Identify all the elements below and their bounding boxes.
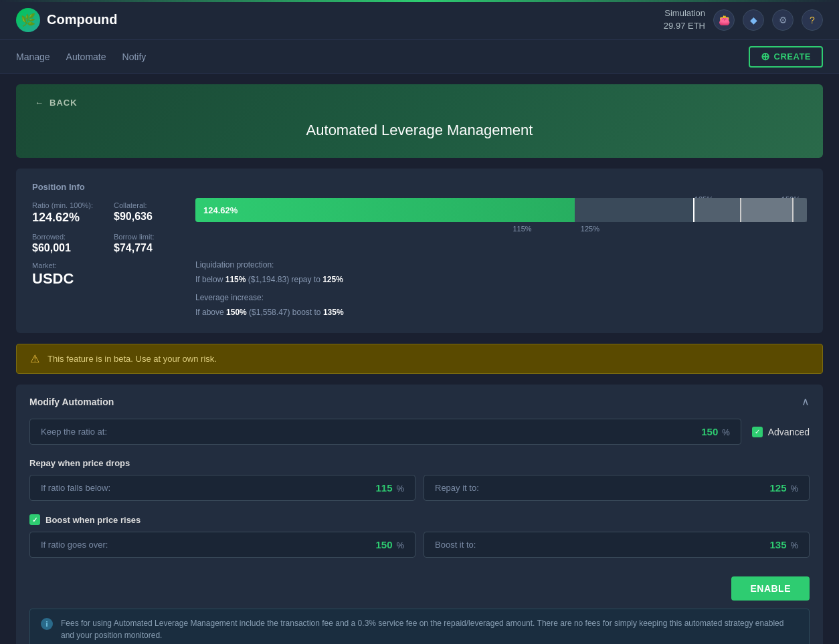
- borrowed-item: Borrowed: $60,001: [32, 233, 98, 254]
- repay-section-title: Repay when price drops: [29, 458, 810, 468]
- collateral-label: Collateral:: [114, 201, 179, 209]
- borrowed-label: Borrowed:: [32, 233, 98, 241]
- settings-icon-button[interactable]: ⚙: [772, 9, 794, 31]
- boost-section-label: Boost when price rises: [45, 515, 141, 525]
- borrow-limit-label: Borrow limit:: [114, 233, 179, 241]
- goes-over-value-group: 150 %: [376, 539, 404, 550]
- liq-target: 125%: [322, 275, 343, 284]
- simulation-info: Simulation 29.97 ETH: [664, 7, 705, 31]
- info-footer: i Fees for using Automated Leverage Mana…: [29, 609, 810, 644]
- advanced-checkbox[interactable]: ✓: [752, 427, 763, 437]
- boost-to-label: Boost it to:: [435, 540, 476, 550]
- goes-over-label: If ratio goes over:: [41, 540, 108, 550]
- main-content: ← BACK Automated Leverage Management Pos…: [0, 84, 839, 644]
- position-info-title: Position Info: [32, 182, 179, 192]
- enable-button[interactable]: ENABLE: [731, 576, 810, 601]
- page-title: Automated Leverage Management: [35, 122, 804, 139]
- falls-below-label: If ratio falls below:: [41, 483, 110, 493]
- header: 🌿 Compound Simulation 29.97 ETH 👛 ◆ ⚙ ?: [0, 0, 839, 40]
- goes-over-percent: %: [396, 540, 404, 550]
- simulation-eth: 29.97 ETH: [664, 20, 705, 32]
- plus-icon: ⊕: [761, 51, 770, 62]
- falls-below-value: 115: [376, 482, 393, 494]
- label-125: 125%: [581, 225, 599, 233]
- ratio-bar: 124.62%: [195, 198, 807, 222]
- ratio-bar-marker-inner: [740, 198, 794, 222]
- falls-below-percent: %: [396, 484, 404, 494]
- info-footer-text: Fees for using Automated Leverage Manage…: [61, 617, 798, 641]
- navigation: Manage Automate Notify ⊕ CREATE: [0, 40, 839, 74]
- leverage-increase: Leverage increase: If above 150% ($1,558…: [195, 291, 807, 320]
- keep-ratio-input[interactable]: Keep the ratio at: 150 %: [29, 419, 741, 445]
- help-icon: ?: [810, 15, 815, 25]
- repay-to-percent: %: [790, 484, 798, 494]
- back-button[interactable]: ← BACK: [35, 98, 78, 108]
- nav-links: Manage Automate Notify: [16, 49, 146, 65]
- repay-input-row: If ratio falls below: 115 % Repay it to:…: [29, 475, 810, 501]
- liq-threshold: 115%: [225, 275, 246, 284]
- collateral-item: Collateral: $90,636: [114, 201, 179, 225]
- leverage-text: If above 150% ($1,558.47) boost to 135%: [195, 308, 344, 317]
- goes-over-input[interactable]: If ratio goes over: 150 %: [29, 532, 415, 558]
- eth-icon-button[interactable]: ◆: [743, 9, 764, 31]
- keep-ratio-value-group: 150 %: [701, 426, 729, 437]
- boost-to-percent: %: [790, 540, 798, 550]
- boost-checkbox[interactable]: ✓: [29, 514, 40, 525]
- nav-automate[interactable]: Automate: [66, 49, 106, 65]
- automation-body: Keep the ratio at: 150 % ✓ Advanced Repa…: [16, 419, 823, 644]
- falls-below-input[interactable]: If ratio falls below: 115 %: [29, 475, 415, 501]
- page-banner: ← BACK Automated Leverage Management: [16, 84, 823, 158]
- borrow-limit-value: $74,774: [114, 242, 179, 254]
- ratio-bar-fill: 124.62%: [195, 198, 575, 222]
- ratio-bar-container: 135% 150% 124.62% 115% 125%: [195, 195, 807, 238]
- eth-icon: ◆: [750, 15, 757, 25]
- wallet-icon-button[interactable]: 👛: [713, 9, 735, 31]
- arrow-left-icon: ←: [35, 98, 44, 108]
- market-label: Market:: [32, 261, 57, 270]
- falls-below-value-group: 115 %: [376, 482, 404, 494]
- chevron-up-icon: ∧: [802, 395, 810, 408]
- warning-icon: ⚠: [30, 352, 39, 365]
- ratio-value: 124.62%: [32, 211, 98, 225]
- nav-notify[interactable]: Notify: [122, 49, 147, 65]
- app-name: Compound: [47, 12, 118, 27]
- repay-to-input[interactable]: Repay it to: 125 %: [424, 475, 810, 501]
- market-value: USDC: [32, 270, 179, 288]
- borrowed-value: $60,001: [32, 242, 98, 254]
- leverage-target: 135%: [323, 308, 344, 317]
- position-info: Position Info Ratio (min. 100%): 124.62%…: [32, 182, 179, 320]
- boost-section-title: ✓ Boost when price rises: [29, 514, 810, 525]
- goes-over-value: 150: [376, 539, 393, 550]
- market-item: Market: USDC: [32, 259, 179, 288]
- ratio-bottom-labels: 115% 125%: [195, 225, 807, 238]
- automation-header-title: Modify Automation: [29, 397, 114, 407]
- enable-row: ENABLE: [29, 571, 810, 609]
- nav-manage[interactable]: Manage: [16, 49, 50, 65]
- leverage-threshold: 150%: [226, 308, 247, 317]
- boost-to-value: 135: [770, 539, 787, 550]
- ratio-bar-markers: [693, 198, 807, 222]
- settings-icon: ⚙: [779, 15, 787, 25]
- app-logo: 🌿: [16, 8, 40, 32]
- keep-ratio-value: 150: [701, 426, 718, 437]
- create-button[interactable]: ⊕ CREATE: [749, 46, 823, 68]
- boost-to-input[interactable]: Boost it to: 135 %: [424, 532, 810, 558]
- help-icon-button[interactable]: ?: [802, 9, 823, 31]
- boost-to-value-group: 135 %: [770, 539, 798, 550]
- ratio-label: Ratio (min. 100%):: [32, 201, 98, 209]
- automation-header[interactable]: Modify Automation ∧: [16, 385, 823, 419]
- chart-area: 135% 150% 124.62% 115% 125%: [195, 182, 807, 320]
- wallet-icon: 👛: [719, 15, 730, 25]
- header-left: 🌿 Compound: [16, 8, 118, 32]
- keep-ratio-percent: %: [722, 427, 730, 437]
- liq-protection-label: Liquidation protection:: [195, 260, 274, 270]
- liquidation-info: Liquidation protection: If below 115% ($…: [195, 258, 807, 320]
- automation-card: Modify Automation ∧ Keep the ratio at: 1…: [16, 385, 823, 644]
- advanced-toggle[interactable]: ✓ Advanced: [752, 427, 810, 437]
- header-right: Simulation 29.97 ETH 👛 ◆ ⚙ ?: [664, 7, 823, 31]
- leverage-label: Leverage increase:: [195, 293, 264, 302]
- warning-banner: ⚠ This feature is in beta. Use at your o…: [16, 344, 823, 374]
- boost-input-row: If ratio goes over: 150 % Boost it to: 1…: [29, 532, 810, 558]
- repay-to-value: 125: [770, 482, 787, 494]
- repay-to-value-group: 125 %: [770, 482, 798, 494]
